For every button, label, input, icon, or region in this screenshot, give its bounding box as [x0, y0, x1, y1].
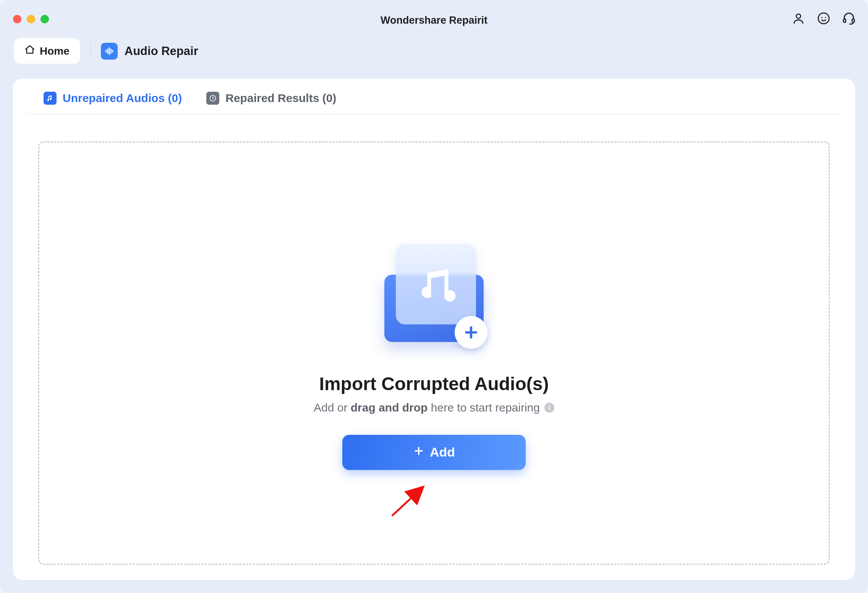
home-label: Home — [40, 45, 70, 57]
audio-import-graphic — [373, 237, 495, 351]
import-dropzone[interactable]: Import Corrupted Audio(s) Add or drag an… — [38, 141, 830, 565]
home-icon — [24, 44, 35, 58]
svg-point-2 — [821, 17, 822, 18]
clock-icon — [206, 92, 219, 105]
svg-point-3 — [825, 17, 826, 18]
tab-unrepaired-audios[interactable]: Unrepaired Audios (0) — [44, 92, 182, 105]
nav-divider — [90, 44, 91, 59]
window-controls — [13, 15, 49, 23]
mode-indicator: Audio Repair — [101, 43, 198, 60]
info-icon[interactable]: i — [544, 403, 554, 413]
nav-row: Home Audio Repair — [0, 38, 868, 75]
import-sub-suffix: here to start repairing — [428, 401, 539, 414]
plus-badge-icon — [455, 316, 487, 349]
tab-repaired-label: Repaired Results (0) — [225, 92, 336, 105]
import-sub-prefix: Add or — [314, 401, 351, 414]
header-icons — [791, 11, 857, 26]
app-title: Wondershare Repairit — [381, 15, 487, 26]
import-subtitle: Add or drag and drop here to start repai… — [314, 401, 554, 414]
main-panel: Unrepaired Audios (0) Repaired Results (… — [13, 79, 855, 580]
close-window-button[interactable] — [13, 15, 21, 23]
feedback-icon[interactable] — [816, 11, 831, 26]
svg-rect-4 — [844, 19, 846, 23]
home-button[interactable]: Home — [14, 38, 80, 64]
plus-icon — [413, 445, 424, 460]
music-card-icon — [396, 244, 476, 324]
mode-label-text: Audio Repair — [125, 44, 198, 58]
music-file-icon — [44, 92, 57, 105]
tab-repaired-results[interactable]: Repaired Results (0) — [206, 92, 336, 105]
tab-unrepaired-label: Unrepaired Audios (0) — [63, 92, 182, 105]
minimize-window-button[interactable] — [27, 15, 35, 23]
svg-point-1 — [818, 13, 829, 24]
support-icon[interactable] — [841, 11, 857, 26]
add-button-label: Add — [430, 445, 455, 460]
svg-point-0 — [796, 14, 800, 18]
add-button[interactable]: Add — [342, 435, 526, 470]
import-sub-bold: drag and drop — [351, 401, 428, 414]
tabs-row: Unrepaired Audios (0) Repaired Results (… — [26, 79, 842, 114]
app-window: Wondershare Repairit Home Audio Repa — [0, 0, 868, 593]
audio-repair-icon — [101, 43, 118, 60]
titlebar: Wondershare Repairit — [0, 0, 868, 38]
maximize-window-button[interactable] — [40, 15, 49, 23]
account-icon[interactable] — [791, 11, 806, 26]
import-title: Import Corrupted Audio(s) — [319, 373, 549, 394]
